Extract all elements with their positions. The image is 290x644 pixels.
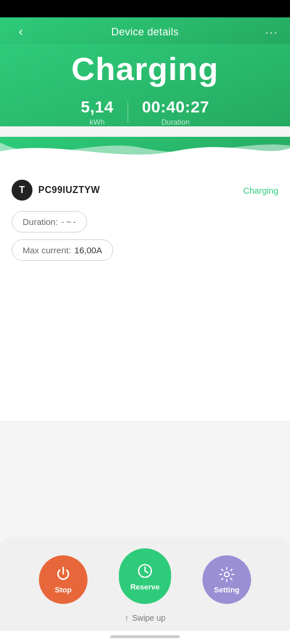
hero-section: Charging 5,14 kWh 00:40:27 Duration bbox=[0, 44, 290, 126]
max-current-field[interactable]: Max current: 16,00A bbox=[12, 239, 113, 261]
stop-power-icon bbox=[55, 566, 72, 583]
duration-tilde: ~ bbox=[66, 217, 71, 227]
back-button[interactable]: ‹ bbox=[12, 24, 30, 39]
reserve-label: Reserve bbox=[130, 583, 160, 591]
duration-stat: 00:40:27 Duration bbox=[128, 98, 223, 126]
header: ‹ Device details ··· bbox=[0, 17, 290, 44]
device-icon: T bbox=[12, 180, 32, 201]
stop-button[interactable]: Stop bbox=[39, 555, 88, 604]
max-current-value: 16,00A bbox=[74, 245, 102, 255]
more-button[interactable]: ··· bbox=[260, 26, 278, 39]
setting-button[interactable]: Setting bbox=[202, 555, 251, 604]
svg-point-1 bbox=[224, 572, 229, 577]
stop-label: Stop bbox=[55, 585, 72, 594]
device-id: PC99IUZTYW bbox=[38, 185, 100, 195]
setting-label: Setting bbox=[214, 585, 240, 594]
setting-button-circle[interactable]: Setting bbox=[202, 555, 251, 604]
device-status-badge: Charging bbox=[243, 185, 278, 195]
energy-stat: 5,14 kWh bbox=[67, 98, 128, 126]
duration-dash2: - bbox=[73, 217, 75, 226]
energy-value: 5,14 bbox=[81, 98, 114, 117]
duration-value-display: - ~ - bbox=[61, 217, 76, 227]
duration-label: Duration bbox=[142, 118, 209, 126]
duration-value: 00:40:27 bbox=[142, 98, 209, 117]
home-bar bbox=[110, 635, 180, 638]
device-row: T PC99IUZTYW Charging bbox=[12, 180, 278, 201]
swipe-arrow-icon: ↑ bbox=[125, 613, 129, 623]
content-section: T PC99IUZTYW Charging Duration: - ~ - Ma… bbox=[0, 166, 290, 421]
swipe-up-label: Swipe up bbox=[132, 613, 166, 623]
home-indicator bbox=[0, 631, 290, 644]
duration-field[interactable]: Duration: - ~ - bbox=[12, 211, 87, 232]
setting-gear-icon bbox=[218, 566, 235, 583]
action-buttons-row: Stop Reserve Setting bbox=[0, 548, 290, 604]
bottom-action-bar: Stop Reserve Setting bbox=[0, 537, 290, 644]
duration-field-label: Duration: bbox=[23, 217, 58, 227]
device-left: T PC99IUZTYW bbox=[12, 180, 100, 201]
swipe-up-hint: ↑ Swipe up bbox=[125, 613, 166, 623]
duration-dash1: - bbox=[61, 217, 64, 226]
reserve-button-circle[interactable]: Reserve bbox=[119, 548, 171, 604]
energy-unit: kWh bbox=[81, 118, 114, 126]
reserve-button[interactable]: Reserve bbox=[119, 548, 171, 604]
stats-row: 5,14 kWh 00:40:27 Duration bbox=[12, 98, 278, 126]
status-bar bbox=[0, 0, 290, 17]
stop-button-circle[interactable]: Stop bbox=[39, 555, 88, 604]
wave-decoration bbox=[0, 137, 290, 166]
charging-status-title: Charging bbox=[12, 50, 278, 88]
reserve-clock-icon bbox=[136, 562, 154, 580]
page-title: Device details bbox=[111, 26, 179, 38]
max-current-label: Max current: bbox=[23, 245, 71, 255]
